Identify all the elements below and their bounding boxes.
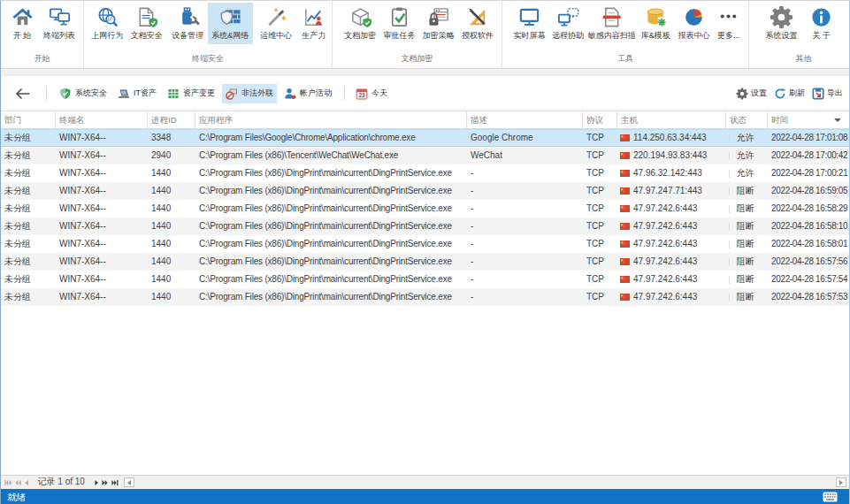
column-header[interactable]: 部门 (1, 111, 56, 128)
toolbar-tab-account-user[interactable]: 帐户活动 (280, 84, 335, 103)
ribbon-item-label: 更多... (717, 31, 740, 41)
column-header[interactable]: 描述 (467, 111, 583, 128)
ribbon-item-encrypt-policy[interactable]: 加密策略 (419, 3, 458, 44)
nav-first-button[interactable] (4, 477, 11, 488)
ribbon-item-sensitive-scan[interactable]: 敏感内容扫描 (587, 3, 637, 44)
table-row[interactable]: 未分组WIN7-X64--1440C:\Program Files (x86)\… (1, 218, 849, 235)
ribbon-item-remote-assist[interactable]: 远程协助 (548, 3, 586, 44)
keyboard-icon[interactable] (823, 492, 838, 502)
status-bar: 就绪 (1, 489, 849, 504)
ribbon-group: 文档加密审批任务加密策略授权软件文档加密 (333, 1, 502, 68)
column-header-label: 终端名 (59, 115, 85, 125)
ribbon-item-productivity[interactable]: 生产力 (295, 3, 332, 44)
column-header[interactable]: 终端名 (56, 111, 148, 128)
table-row[interactable]: 未分组WIN7-X64--1440C:\Program Files (x86)\… (1, 235, 849, 253)
cell-pid: 1440 (148, 235, 195, 253)
cell-term: WIN7-X64-- (56, 129, 148, 147)
cell-term: WIN7-X64-- (56, 271, 148, 288)
cell-pid: 2940 (148, 147, 195, 164)
column-header-label: 协议 (586, 115, 603, 125)
ribbon-group-items: 上网行为文档安全设备管理系统&网络运维中心生产力 (84, 1, 332, 50)
ribbon-item-home[interactable]: 开 始 (4, 3, 41, 44)
table-row[interactable]: 未分组WIN7-X64--2940C:\Program Files (x86)\… (1, 147, 849, 164)
nav-last-button[interactable] (111, 477, 119, 488)
cell-dept: 未分组 (1, 235, 56, 253)
table-row[interactable]: 未分组WIN7-X64--3348C:\Program Files\Google… (1, 129, 849, 147)
ribbon-item-web-behavior[interactable]: 上网行为 (88, 3, 127, 44)
cell-desc: Google Chrome (467, 129, 583, 147)
export-icon (812, 88, 824, 100)
column-header[interactable]: 进程ID (148, 111, 195, 128)
refresh-icon (774, 88, 786, 100)
toolbar-tab-asset-grid[interactable]: 资产变更 (164, 84, 218, 103)
column-header[interactable]: 时间 (768, 111, 849, 128)
nav-prev-button[interactable] (25, 477, 28, 488)
toolbar-tab-label: IT资产 (134, 88, 157, 99)
refresh-button[interactable]: 刷新 (774, 85, 805, 103)
toolbar-tab-laptop[interactable]: IT资产 (114, 84, 160, 103)
ribbon-item-doc-security[interactable]: 文档安全 (127, 3, 167, 44)
nav-next-button[interactable] (95, 477, 98, 488)
cell-pid: 1440 (148, 253, 195, 271)
ribbon-item-approval-tasks[interactable]: 审批任务 (379, 3, 418, 44)
toolbar-actions: 设置刷新导出 (729, 85, 843, 103)
doc-encrypt-icon (348, 5, 372, 29)
ribbon-group-label: 工具 (507, 50, 744, 68)
toolbar-separator (46, 87, 47, 100)
cell-proto: TCP (583, 271, 617, 288)
cell-desc: - (467, 218, 583, 235)
cell-host: 114.250.63.34:443 (617, 129, 726, 147)
hscroll-left-button[interactable] (124, 477, 134, 487)
more-icon (716, 5, 740, 29)
ribbon-item-authorized-software[interactable]: 授权软件 (458, 3, 497, 44)
ribbon-item-label: 报表中心 (678, 31, 710, 41)
toolbar-today-filter[interactable]: 23今天 (352, 84, 391, 103)
table-row[interactable]: 未分组WIN7-X64--1440C:\Program Files (x86)\… (1, 253, 849, 271)
column-header[interactable]: 状态 (726, 111, 768, 128)
nav-next-page-button[interactable] (102, 477, 108, 488)
host-text: 47.96.32.142:443 (633, 164, 702, 182)
flag-cn-icon (620, 276, 630, 283)
gear-small-icon (736, 88, 748, 100)
live-screen-icon (517, 5, 541, 29)
flag-cn-icon (620, 170, 630, 177)
ribbon-item-system-network[interactable]: 系统&网络 (208, 3, 253, 44)
table-row[interactable]: 未分组WIN7-X64--1440C:\Program Files (x86)\… (1, 271, 849, 288)
ribbon-item-report-center[interactable]: 报表中心 (675, 3, 713, 44)
ribbon-item-ops-center[interactable]: 运维中心 (257, 3, 296, 44)
ribbon-item-live-screen[interactable]: 实时屏幕 (510, 3, 548, 44)
column-header[interactable]: 主机 (617, 111, 726, 128)
ribbon-item-device-management[interactable]: 设备管理 (168, 3, 208, 44)
hscroll-right-button[interactable] (836, 477, 846, 487)
shield-green-icon (59, 88, 72, 100)
back-arrow-icon[interactable] (15, 88, 31, 100)
gear-small-button[interactable]: 设置 (736, 85, 767, 103)
cell-path: C:\Program Files (x86)\DingPrint\main\cu… (195, 288, 467, 306)
table-row[interactable]: 未分组WIN7-X64--1440C:\Program Files (x86)\… (1, 288, 849, 306)
filter-dropdown-icon[interactable] (834, 118, 841, 122)
cell-desc: WeChat (467, 147, 583, 164)
action-label: 刷新 (789, 88, 805, 99)
export-button[interactable]: 导出 (812, 85, 843, 103)
column-header[interactable]: 应用程序 (195, 111, 467, 128)
nav-prev-page-button[interactable] (15, 477, 21, 488)
table-row[interactable]: 未分组WIN7-X64--1440C:\Program Files (x86)\… (1, 200, 849, 218)
ribbon-item-label: 文档安全 (131, 31, 163, 41)
host-text: 47.97.242.6:443 (633, 288, 697, 306)
cell-term: WIN7-X64-- (56, 288, 148, 306)
table-row[interactable]: 未分组WIN7-X64--1440C:\Program Files (x86)\… (1, 164, 849, 182)
ribbon-item-more[interactable]: 更多... (713, 3, 744, 44)
column-header[interactable]: 协议 (583, 111, 617, 128)
table-row[interactable]: 未分组WIN7-X64--1440C:\Program Files (x86)\… (1, 182, 849, 200)
ribbon-item-terminal-list[interactable]: 终端列表 (41, 3, 78, 44)
host-text: 220.194.93.83:443 (633, 147, 707, 164)
cell-host: 47.97.242.6:443 (617, 218, 726, 235)
ribbon-item-about[interactable]: 关 于 (801, 3, 841, 44)
ribbon-item-system-settings[interactable]: 系统设置 (762, 3, 801, 44)
cell-proto: TCP (583, 253, 617, 271)
toolbar-tab-shield-green[interactable]: 系统安全 (56, 84, 111, 103)
ribbon-item-doc-encrypt[interactable]: 文档加密 (341, 3, 379, 44)
toolbar-tab-illegal-connection[interactable]: 非法外联 (222, 84, 277, 103)
ribbon-item-library-templates[interactable]: 库&模板 (637, 3, 675, 44)
ribbon-subband (1, 69, 849, 76)
